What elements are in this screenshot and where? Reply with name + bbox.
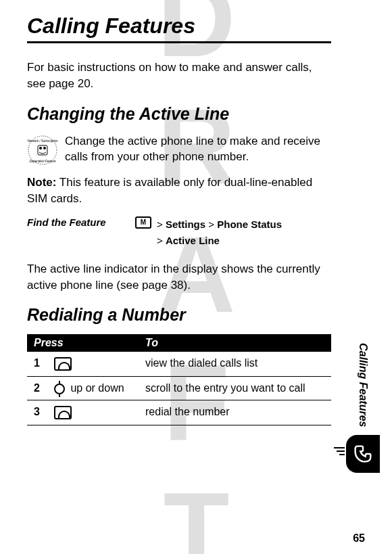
network-feature-icon: Network / Subscription Dependent Feature [27, 135, 58, 168]
path-sep: > [157, 218, 163, 230]
send-key-icon [54, 357, 72, 371]
row-press [47, 400, 139, 425]
svg-point-4 [39, 147, 42, 149]
section1-para2: The active line indicator in the display… [27, 261, 331, 294]
table-row: 1 view the dialed calls list [27, 352, 331, 377]
row-to: redial the number [139, 400, 331, 425]
section-icon-block: Network / Subscription Dependent Feature… [27, 133, 331, 166]
path-active-line: Active Line [166, 235, 220, 246]
row-to: view the dialed calls list [139, 352, 331, 377]
svg-text:Network / Subscription: Network / Subscription [27, 139, 58, 143]
table-row: 3 redial the number [27, 400, 331, 425]
find-feature-label: Find the Feature [27, 216, 135, 249]
page-number: 65 [353, 532, 365, 545]
path-phone-status: Phone Status [217, 218, 282, 230]
speed-lines-icon [334, 447, 345, 457]
section1-para1: Change the active phone line to make and… [65, 135, 320, 164]
find-feature-path: M > Settings > Phone Status > Active Lin… [135, 216, 282, 249]
section-heading-active-line: Changing the Active Line [27, 104, 331, 124]
path-sep: > [157, 235, 163, 246]
section1-note: Note: This feature is available only for… [27, 175, 331, 207]
row-press [47, 352, 139, 377]
menu-key-icon: M [135, 216, 151, 229]
nav-key-icon [54, 384, 65, 394]
intro-text: For basic instructions on how to make an… [27, 60, 331, 92]
page-content: Calling Features For basic instructions … [0, 0, 392, 439]
send-key-icon [54, 406, 72, 419]
header-to: To [139, 334, 331, 352]
side-label: Calling Features [357, 343, 369, 427]
row-press: up or down [47, 377, 139, 400]
redial-table: Press To 1 view the dialed calls list 2 … [27, 334, 331, 425]
page-title: Calling Features [27, 14, 331, 39]
svg-text:Dependent Feature: Dependent Feature [30, 160, 56, 163]
path-sep: > [208, 218, 214, 230]
row-press-text: up or down [68, 382, 124, 394]
header-press: Press [27, 334, 139, 352]
title-divider [27, 41, 331, 43]
note-body: This feature is available only for dual-… [27, 176, 312, 205]
find-feature-row: Find the Feature M > Settings > Phone St… [27, 216, 331, 249]
table-row: 2 up or down scroll to the entry you wan… [27, 377, 331, 400]
row-num: 2 [27, 377, 47, 400]
section-heading-redial: Redialing a Number [27, 305, 331, 325]
table-header-row: Press To [27, 334, 331, 352]
path-settings: Settings [166, 218, 205, 230]
svg-point-5 [43, 147, 46, 149]
phone-tab-icon [346, 435, 380, 473]
row-num: 1 [27, 352, 47, 377]
side-tab: Calling Features [346, 343, 380, 473]
row-to: scroll to the entry you want to call [139, 377, 331, 400]
row-num: 3 [27, 400, 47, 425]
note-label: Note: [27, 176, 56, 189]
menu-path: > Settings > Phone Status > Active Line [157, 216, 282, 249]
